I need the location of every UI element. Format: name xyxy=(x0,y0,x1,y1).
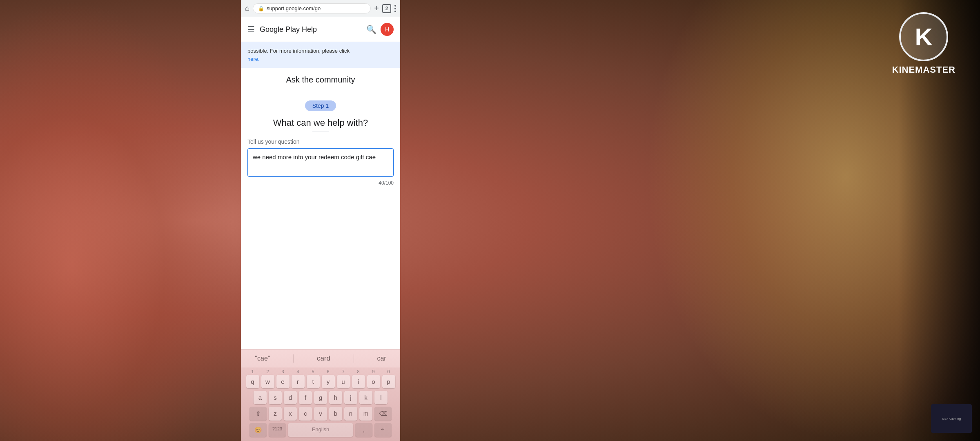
suggestion-divider-1 xyxy=(293,354,294,363)
key-u[interactable]: u xyxy=(337,375,350,388)
key-y[interactable]: y xyxy=(322,375,335,388)
info-banner-text: possible. For more information, please c… xyxy=(247,48,350,54)
num-hint-6: 6 xyxy=(322,369,335,374)
num-hint-9: 9 xyxy=(367,369,380,374)
step-question-heading: What can we help with? xyxy=(247,118,394,128)
key-shift[interactable]: ⇧ xyxy=(249,407,267,421)
key-n[interactable]: n xyxy=(344,407,357,421)
browser-toolbar: ⌂ 🔒 support.google.com/go + 2 xyxy=(241,0,400,17)
menu-dot-2 xyxy=(394,8,396,9)
key-i[interactable]: i xyxy=(352,375,365,388)
num-hint-7: 7 xyxy=(337,369,350,374)
suggestion-left[interactable]: "cae" xyxy=(250,353,275,364)
step-badge-wrapper: Step 1 xyxy=(247,100,394,111)
key-k[interactable]: k xyxy=(359,391,372,404)
key-c[interactable]: c xyxy=(299,407,312,421)
step-section: Step 1 What can we help with? Tell us yo… xyxy=(241,92,400,194)
question-textarea[interactable]: we need more info your redeem code gift … xyxy=(247,148,394,177)
num-hint-5: 5 xyxy=(307,369,320,374)
user-avatar[interactable]: H xyxy=(381,23,394,36)
kinemaster-watermark: K KINEMASTER xyxy=(892,12,956,75)
thumbnail-preview: GS4 Gaming xyxy=(931,404,972,433)
key-space[interactable]: English xyxy=(288,423,353,437)
kinemaster-k-letter: K xyxy=(915,23,933,51)
kinemaster-circle: K xyxy=(899,12,948,61)
tab-count-badge[interactable]: 2 xyxy=(382,4,391,13)
key-w[interactable]: w xyxy=(261,375,274,388)
hamburger-menu-icon[interactable]: ☰ xyxy=(247,24,255,34)
suggestion-center[interactable]: card xyxy=(312,353,335,364)
char-count: 40/100 xyxy=(247,180,394,186)
header-left: ☰ Google Play Help xyxy=(247,24,317,34)
form-label: Tell us your question xyxy=(247,138,394,145)
url-bar[interactable]: 🔒 support.google.com/go xyxy=(253,3,371,13)
key-o[interactable]: o xyxy=(367,375,380,388)
key-q[interactable]: q xyxy=(246,375,259,388)
key-x[interactable]: x xyxy=(284,407,297,421)
menu-dot-3 xyxy=(394,11,396,12)
keyboard-row-3: ⇧ z x c v b n m ⌫ xyxy=(242,407,399,421)
number-hints-row: 1 2 3 4 5 6 7 8 9 0 xyxy=(242,369,399,374)
key-b[interactable]: b xyxy=(329,407,342,421)
key-enter[interactable]: ↵ xyxy=(374,423,392,437)
key-backspace[interactable]: ⌫ xyxy=(374,407,392,421)
keyboard-row-2: a s d f g h j k l xyxy=(242,391,399,404)
page-content: possible. For more information, please c… xyxy=(241,42,400,349)
header-right: 🔍 H xyxy=(366,23,394,36)
key-p[interactable]: p xyxy=(382,375,395,388)
key-123[interactable]: ?123 xyxy=(269,423,286,437)
key-e[interactable]: e xyxy=(276,375,290,388)
key-m[interactable]: m xyxy=(359,407,372,421)
suggestion-divider-2 xyxy=(354,354,354,363)
key-r[interactable]: r xyxy=(292,375,305,388)
url-text: support.google.com/go xyxy=(267,5,321,11)
phone-container: ⌂ 🔒 support.google.com/go + 2 ☰ Google P… xyxy=(241,0,400,441)
num-hint-0: 0 xyxy=(382,369,395,374)
community-title: Ask the community xyxy=(286,75,355,84)
key-f[interactable]: f xyxy=(299,391,312,404)
key-z[interactable]: z xyxy=(269,407,282,421)
key-g[interactable]: g xyxy=(314,391,327,404)
keyboard-suggestions-bar: "cae" card car xyxy=(241,349,400,368)
key-d[interactable]: d xyxy=(284,391,297,404)
info-banner: possible. For more information, please c… xyxy=(241,42,400,68)
add-tab-button[interactable]: + xyxy=(374,4,379,13)
site-title: Google Play Help xyxy=(260,25,317,34)
num-hint-2: 2 xyxy=(261,369,274,374)
step-divider-line xyxy=(312,131,329,132)
num-hint-4: 4 xyxy=(292,369,305,374)
keyboard: 1 2 3 4 5 6 7 8 9 0 q w e r t y u i xyxy=(241,368,400,441)
key-v[interactable]: v xyxy=(314,407,327,421)
key-comma[interactable]: , xyxy=(355,423,372,437)
background-bokeh-left xyxy=(0,0,237,441)
keyboard-row-1: q w e r t y u i o p xyxy=(242,375,399,388)
step-badge: Step 1 xyxy=(305,100,336,111)
menu-dot-1 xyxy=(394,5,396,7)
suggestion-right[interactable]: car xyxy=(372,353,391,364)
lock-icon: 🔒 xyxy=(258,6,264,11)
key-l[interactable]: l xyxy=(374,391,388,404)
community-section: Ask the community xyxy=(241,68,400,92)
key-emoji[interactable]: 😊 xyxy=(249,423,267,437)
num-hint-8: 8 xyxy=(352,369,365,374)
info-banner-link[interactable]: here. xyxy=(247,56,260,62)
keyboard-wrapper: "cae" card car 1 2 3 4 5 6 7 8 9 0 xyxy=(241,349,400,441)
key-a[interactable]: a xyxy=(254,391,267,404)
key-h[interactable]: h xyxy=(329,391,342,404)
key-s[interactable]: s xyxy=(269,391,282,404)
site-header: ☰ Google Play Help 🔍 H xyxy=(241,17,400,42)
kinemaster-text: KINEMASTER xyxy=(892,65,956,75)
search-icon[interactable]: 🔍 xyxy=(366,24,376,34)
num-hint-3: 3 xyxy=(276,369,290,374)
num-hint-1: 1 xyxy=(246,369,259,374)
key-j[interactable]: j xyxy=(344,391,357,404)
browser-menu-button[interactable] xyxy=(394,5,396,12)
keyboard-row-4: 😊 ?123 English , ↵ xyxy=(242,423,399,437)
key-t[interactable]: t xyxy=(307,375,320,388)
home-icon[interactable]: ⌂ xyxy=(245,4,249,13)
